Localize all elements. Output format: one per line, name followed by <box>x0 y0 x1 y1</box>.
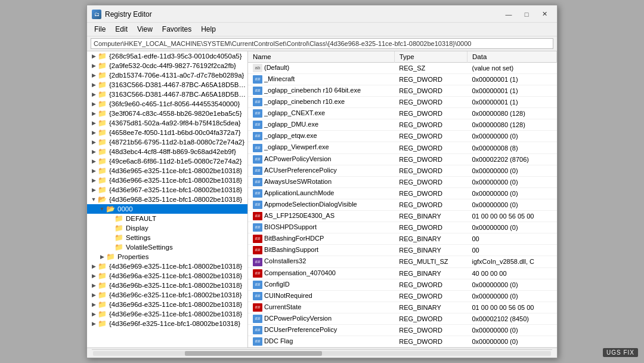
tree-item[interactable]: ▶📁{3163C566-D381-4467-87BC-A65A18D5B649} <box>87 90 247 99</box>
tree-item[interactable]: ▶📁{49ce6ac8-6f86-11d2-b1e5-0080c72e74a2} <box>87 156 247 166</box>
tree-item-label: {4d36e96a-e325-11ce-bfc1-08002be10318} <box>109 272 242 279</box>
menu-file[interactable]: File <box>89 24 110 35</box>
tree-item[interactable]: ▶📁{4d36e969-e325-11ce-bfc1-08002be10318} <box>87 262 247 271</box>
tree-item-label: {4d36e965-e325-11ce-bfc1-08002be10318} <box>109 167 242 174</box>
cell-name: ##CUINotRequired <box>248 290 394 302</box>
table-row[interactable]: ##_oglapp_etqw.exeREG_DWORD0x00000000 (0… <box>248 131 557 142</box>
tree-item[interactable]: ▼📂0000 <box>87 204 247 214</box>
tree-arrow-icon: ▶ <box>89 321 98 327</box>
close-button[interactable]: ✕ <box>537 9 552 20</box>
table-row[interactable]: ##_oglapp_cinebench r10 64bit.exeREG_DWO… <box>248 85 557 97</box>
tree-item[interactable]: ▶📁{4d36e96b-e325-11ce-bfc1-08002be10318} <box>87 281 247 290</box>
col-type[interactable]: Type <box>394 51 467 63</box>
maximize-button[interactable]: □ <box>519 9 534 20</box>
col-data[interactable]: Data <box>467 51 557 63</box>
table-row[interactable]: ##CurrentStateREG_BINARY01 00 00 00 56 0… <box>248 302 557 313</box>
cell-type: REG_DWORD <box>394 153 467 165</box>
table-row[interactable]: ##Compensation_4070400REG_BINARY40 00 00… <box>248 267 557 279</box>
tree-item[interactable]: ▶📁{36fc9e60-c465-11cf-8056-444553540000} <box>87 99 247 109</box>
tree-item[interactable]: ▼📂{4d36e968-e325-11ce-bfc1-08002be10318} <box>87 195 247 204</box>
table-row[interactable]: ##ApplicationLaunchModeREG_DWORD0x000000… <box>248 187 557 199</box>
tree-item[interactable]: ▶📁{43675d81-502a-4a92-9f84-b75f418c5dea} <box>87 118 247 128</box>
tree-item-label: {43675d81-502a-4a92-9f84-b75f418c5dea} <box>109 119 241 127</box>
watermark: UGS FIX <box>603 348 638 357</box>
folder-icon: 📁 <box>98 81 107 89</box>
tree-item-label: {3163C566-D381-4467-87BC-A65A18D5B648} <box>109 81 246 88</box>
tree-item[interactable]: ▶📁{3163C566-D381-4467-87BC-A65A18D5B648} <box>87 80 247 90</box>
menu-view[interactable]: View <box>132 24 157 35</box>
menu-help[interactable]: Help <box>196 24 221 35</box>
tree-arrow-icon: ▶ <box>89 158 98 164</box>
tree-item-label: {4d36e969-e325-11ce-bfc1-08002be10318} <box>109 263 242 270</box>
folder-icon: 📁 <box>98 310 107 318</box>
folder-icon: 📁 <box>98 300 107 309</box>
table-row[interactable]: ##AppmodeSelectionDialogVisibleREG_DWORD… <box>248 199 557 210</box>
tree-item[interactable]: 📁Display <box>87 223 247 233</box>
tree-item[interactable]: ▶📁{2db15374-706e-4131-a0c7-d7c78eb0289a} <box>87 70 247 80</box>
scrollbar-thumb[interactable] <box>185 351 322 356</box>
minimize-button[interactable]: — <box>501 9 516 20</box>
table-row[interactable]: ##ConfigIDREG_DWORD0x00000000 (0) <box>248 279 557 290</box>
tree-item[interactable]: ▶📁{4d36e96f-e325-11ce-bfc1-08002be10318} <box>87 319 247 328</box>
horizontal-scrollbar[interactable] <box>92 349 552 356</box>
cell-name: ##DDC Flag <box>248 336 394 347</box>
tree-item[interactable]: ▶📁{4d36e96c-e325-11ce-bfc1-08002be10318} <box>87 290 247 300</box>
address-input[interactable]: Computer\HKEY_LOCAL_MACHINE\SYSTEM\Curre… <box>91 38 553 49</box>
table-row[interactable]: ##ACPowerPolicyVersionREG_DWORD0x0000220… <box>248 153 557 165</box>
menu-favorites[interactable]: Favorites <box>157 24 196 35</box>
tree-item[interactable]: ▶📁{48d3ebc4-4cf8-48ff-b869-9c68ad42eb9f} <box>87 147 247 156</box>
table-row[interactable]: ##_oglapp_cinebench r10.exeREG_DWORD0x00… <box>248 97 557 108</box>
tree-item[interactable]: ▶📁{2a9fe532-0cdc-44f9-9827-76192f2ca2fb} <box>87 61 247 70</box>
tree-item-label: {49ce6ac8-6f86-11d2-b1e5-0080c72e74a2} <box>109 158 242 165</box>
tree-item[interactable]: ▶📁{268c95a1-edfe-11d3-95c3-0010dc4050a5} <box>87 51 247 61</box>
tree-item[interactable]: ▶📁{4d36e966-e325-11ce-bfc1-08002be10318} <box>87 176 247 185</box>
tree-item[interactable]: ▶📁{4d36e96d-e325-11ce-bfc1-08002be10318} <box>87 300 247 309</box>
table-row[interactable]: ##_MinecraftREG_DWORD0x00000001 (1) <box>248 73 557 85</box>
tree-item[interactable]: ▶📁{4d36e96a-e325-11ce-bfc1-08002be10318} <box>87 271 247 281</box>
table-row[interactable]: ab(Default)REG_SZ(value not set) <box>248 62 557 73</box>
folder-icon: 📁 <box>98 100 107 108</box>
table-row[interactable]: ##AS_LFP1250E4300_ASREG_BINARY01 00 00 0… <box>248 211 557 222</box>
tree-arrow-icon: ▶ <box>89 63 98 69</box>
tree-item-label: {4d36e967-e325-11ce-bfc1-08002be10318} <box>109 186 242 193</box>
cell-data: igfxCoIn_v2858.dll, C <box>467 256 557 267</box>
table-row[interactable]: ##CoInstallers32REG_MULTI_SZigfxCoIn_v28… <box>248 256 557 267</box>
registry-table: Name Type Data ab(Default)REG_SZ(value n… <box>248 51 557 347</box>
folder-icon: 📁 <box>98 138 107 146</box>
table-row[interactable]: ##BIOSHPDSupportREG_DWORD0x00000000 (0) <box>248 222 557 233</box>
cell-name: ##_Minecraft <box>248 73 394 85</box>
cell-name: ##ApplicationLaunchMode <box>248 187 394 199</box>
tree-item[interactable]: 📁VolatileSettings <box>87 242 247 252</box>
tree-item[interactable]: ▶📁{3e3f0674-c83c-4558-bb26-9820e1eba5c5} <box>87 109 247 118</box>
tree-item[interactable]: ▶📁Properties <box>87 252 247 262</box>
cell-type: REG_DWORD <box>394 313 467 324</box>
table-row[interactable]: ##BitBashingSupportREG_BINARY00 <box>248 245 557 256</box>
folder-icon: 📁 <box>114 243 124 251</box>
table-row[interactable]: ##CUINotRequiredREG_DWORD0x00000000 (0) <box>248 290 557 302</box>
tree-item[interactable]: 📁DEFAULT <box>87 214 247 223</box>
tree-pane[interactable]: ▶📁{268c95a1-edfe-11d3-95c3-0010dc4050a5}… <box>87 51 248 347</box>
table-row[interactable]: ##DCPowerPolicyVersionREG_DWORD0x0000210… <box>248 313 557 324</box>
tree-item[interactable]: ▶📁{4d36e967-e325-11ce-bfc1-08002be10318} <box>87 185 247 195</box>
reg-type-icon: ## <box>253 246 262 254</box>
menu-edit[interactable]: Edit <box>110 24 132 35</box>
tree-item[interactable]: ▶📁{4658ee7e-f050-11d1-b6bd-00c04fa372a7} <box>87 128 247 137</box>
tree-item[interactable]: ▶📁{4d36e965-e325-11ce-bfc1-08002be10318} <box>87 166 247 176</box>
cell-type: REG_DWORD <box>394 73 467 85</box>
table-row[interactable]: ##DCUserPreferencePolicyREG_DWORD0x00000… <box>248 324 557 336</box>
tree-arrow-icon: ▶ <box>89 302 98 307</box>
tree-item[interactable]: 📁Settings <box>87 233 247 242</box>
col-name[interactable]: Name <box>248 51 394 63</box>
cell-name: ##DCPowerPolicyVersion <box>248 313 394 324</box>
tree-item[interactable]: ▶📁{48721b56-6795-11d2-b1a8-0080c72e74a2} <box>87 137 247 147</box>
table-row[interactable]: ##BitBashingForHDCPREG_BINARY00 <box>248 233 557 245</box>
table-row[interactable]: ##_oglapp_CNEXT.exeREG_DWORD0x00000080 (… <box>248 108 557 119</box>
table-row[interactable]: ##DDC FlagREG_DWORD0x00000000 (0) <box>248 336 557 347</box>
table-row[interactable]: ##AlwaysUseSWRotationREG_DWORD0x00000000… <box>248 176 557 187</box>
table-row[interactable]: ##_oglapp_DMU.exeREG_DWORD0x00000080 (12… <box>248 119 557 131</box>
cell-data: 01 00 00 00 56 05 00 <box>467 211 557 222</box>
table-row[interactable]: ##ACUserPreferencePolicyREG_DWORD0x00000… <box>248 165 557 176</box>
folder-icon: 📁 <box>98 61 107 70</box>
table-row[interactable]: ##_oglapp_Viewperf.exeREG_DWORD0x0000000… <box>248 142 557 153</box>
tree-item[interactable]: ▶📁{4d36e96e-e325-11ce-bfc1-08002be10318} <box>87 309 247 319</box>
